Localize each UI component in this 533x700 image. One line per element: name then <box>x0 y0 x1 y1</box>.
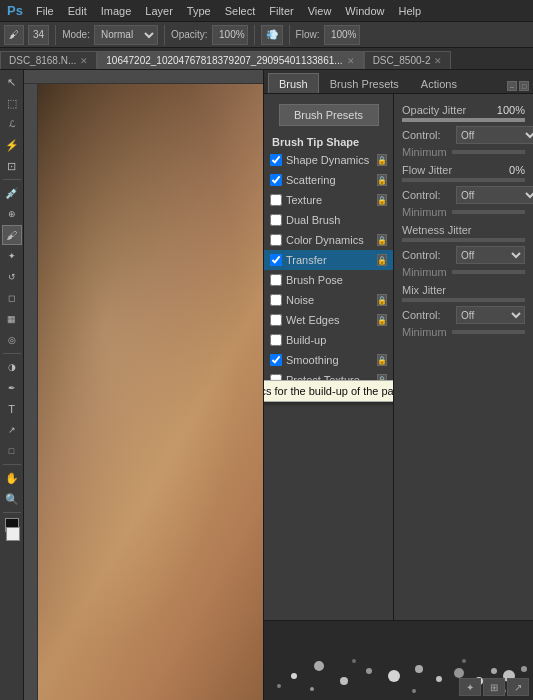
wet-edges-lock[interactable]: 🔒 <box>377 314 387 326</box>
transfer-lock[interactable]: 🔒 <box>377 254 387 266</box>
menu-filter[interactable]: Filter <box>263 3 299 19</box>
menu-layer[interactable]: Layer <box>139 3 179 19</box>
panel-expand-btn[interactable]: □ <box>519 81 529 91</box>
canvas-background <box>38 84 263 700</box>
flow-input[interactable] <box>324 25 360 45</box>
noise-check[interactable] <box>270 294 282 306</box>
scattering-check[interactable] <box>270 174 282 186</box>
menu-image[interactable]: Image <box>95 3 138 19</box>
tool-eraser[interactable]: ◻ <box>2 288 22 308</box>
tool-text[interactable]: T <box>2 399 22 419</box>
brush-tool-btn[interactable]: 🖌 <box>4 25 24 45</box>
shape-dynamics-check[interactable] <box>270 154 282 166</box>
scattering-lock[interactable]: 🔒 <box>377 174 387 186</box>
tab-2[interactable]: DSC_8500-2 ✕ <box>364 51 452 69</box>
tool-zoom[interactable]: 🔍 <box>2 489 22 509</box>
brush-item-wet-edges[interactable]: Wet Edges 🔒 <box>264 310 393 330</box>
tab-0-close[interactable]: ✕ <box>80 56 88 66</box>
tool-heal[interactable]: ⊕ <box>2 204 22 224</box>
tool-history[interactable]: ↺ <box>2 267 22 287</box>
brush-item-color-dynamics[interactable]: Color Dynamics 🔒 <box>264 230 393 250</box>
color-dynamics-check[interactable] <box>270 234 282 246</box>
preview-btn-2[interactable]: ⊞ <box>483 678 505 696</box>
wetness-control-select[interactable]: Off <box>456 246 525 264</box>
opacity-input[interactable] <box>212 25 248 45</box>
panel-tab-brush[interactable]: Brush <box>268 73 319 93</box>
mix-minimum-bar[interactable] <box>452 330 525 334</box>
panel-tab-actions[interactable]: Actions <box>410 73 468 93</box>
flow-control-select[interactable]: Off Fade Pen Pressure <box>456 186 533 204</box>
noise-lock[interactable]: 🔒 <box>377 294 387 306</box>
flow-minimum-bar[interactable] <box>452 210 525 214</box>
menubar: Ps File Edit Image Layer Type Select Fil… <box>0 0 533 22</box>
brush-size-btn[interactable]: 34 <box>28 25 49 45</box>
texture-lock[interactable]: 🔒 <box>377 194 387 206</box>
tool-dodge[interactable]: ◑ <box>2 357 22 377</box>
smoothing-lock[interactable]: 🔒 <box>377 354 387 366</box>
tool-hand[interactable]: ✋ <box>2 468 22 488</box>
protect-texture-lock[interactable]: 🔒 <box>377 374 387 386</box>
smoothing-check[interactable] <box>270 354 282 366</box>
tab-1-close[interactable]: ✕ <box>347 56 355 66</box>
wetness-jitter-slider[interactable] <box>402 238 525 242</box>
mix-control-select[interactable]: Off <box>456 306 525 324</box>
tool-pen[interactable]: ✒ <box>2 378 22 398</box>
panel-tab-brush-presets[interactable]: Brush Presets <box>319 73 410 93</box>
brush-item-dual-brush[interactable]: Dual Brush <box>264 210 393 230</box>
protect-texture-check[interactable] <box>270 374 282 386</box>
tool-wand[interactable]: ⚡ <box>2 135 22 155</box>
tool-brush[interactable]: 🖌 <box>2 225 22 245</box>
buildup-check[interactable] <box>270 334 282 346</box>
menu-type[interactable]: Type <box>181 3 217 19</box>
tool-eyedropper[interactable]: 💉 <box>2 183 22 203</box>
tab-2-close[interactable]: ✕ <box>434 56 442 66</box>
mode-select[interactable]: Normal Dissolve Multiply <box>94 25 158 45</box>
tool-move[interactable]: ↖ <box>2 72 22 92</box>
mix-jitter-slider[interactable] <box>402 298 525 302</box>
tool-gradient[interactable]: ▦ <box>2 309 22 329</box>
brush-item-texture[interactable]: Texture 🔒 <box>264 190 393 210</box>
opacity-minimum-bar[interactable] <box>452 150 525 154</box>
brush-item-scattering[interactable]: Scattering 🔒 <box>264 170 393 190</box>
color-dynamics-lock[interactable]: 🔒 <box>377 234 387 246</box>
tool-shape[interactable]: □ <box>2 441 22 461</box>
tool-marquee[interactable]: ⬚ <box>2 93 22 113</box>
menu-window[interactable]: Window <box>339 3 390 19</box>
wetness-minimum-bar[interactable] <box>452 270 525 274</box>
tool-stamp[interactable]: ✦ <box>2 246 22 266</box>
tool-path-sel[interactable]: ↗ <box>2 420 22 440</box>
opacity-jitter-slider[interactable] <box>402 118 525 122</box>
tool-blur[interactable]: ◎ <box>2 330 22 350</box>
brush-item-transfer[interactable]: Transfer 🔒 <box>264 250 393 270</box>
brush-pose-check[interactable] <box>270 274 282 286</box>
texture-check[interactable] <box>270 194 282 206</box>
brush-item-smoothing[interactable]: Smoothing 🔒 <box>264 350 393 370</box>
tool-lasso[interactable]: ℒ <box>2 114 22 134</box>
tool-crop[interactable]: ⊡ <box>2 156 22 176</box>
brush-item-buildup[interactable]: Build-up <box>264 330 393 350</box>
brush-presets-btn[interactable]: Brush Presets <box>279 104 379 126</box>
brush-item-noise[interactable]: Noise 🔒 <box>264 290 393 310</box>
tool-background-color[interactable] <box>6 527 20 541</box>
menu-select[interactable]: Select <box>219 3 262 19</box>
menu-help[interactable]: Help <box>392 3 427 19</box>
shape-dynamics-lock[interactable]: 🔒 <box>377 154 387 166</box>
airbrush-btn[interactable]: 💨 <box>261 25 283 45</box>
dual-brush-check[interactable] <box>270 214 282 226</box>
menu-view[interactable]: View <box>302 3 338 19</box>
brush-item-brush-pose[interactable]: Brush Pose Adjust the dynamics for the b… <box>264 270 393 290</box>
menu-edit[interactable]: Edit <box>62 3 93 19</box>
menu-file[interactable]: File <box>30 3 60 19</box>
opacity-control-select[interactable]: Off Fade Pen Pressure <box>456 126 533 144</box>
preview-btn-1[interactable]: ✦ <box>459 678 481 696</box>
tab-1[interactable]: 10647202_10204767818379207_2909540113386… <box>97 51 363 69</box>
brush-item-shape-dynamics[interactable]: Shape Dynamics 🔒 <box>264 150 393 170</box>
canvas-inner[interactable] <box>38 84 263 700</box>
wet-edges-check[interactable] <box>270 314 282 326</box>
tab-0[interactable]: DSC_8168.N... ✕ <box>0 51 97 69</box>
preview-btn-3[interactable]: ↗ <box>507 678 529 696</box>
brush-item-protect-texture[interactable]: Protect Texture 🔒 <box>264 370 393 390</box>
panel-minimize-btn[interactable]: – <box>507 81 517 91</box>
flow-jitter-slider[interactable] <box>402 178 525 182</box>
transfer-check[interactable] <box>270 254 282 266</box>
